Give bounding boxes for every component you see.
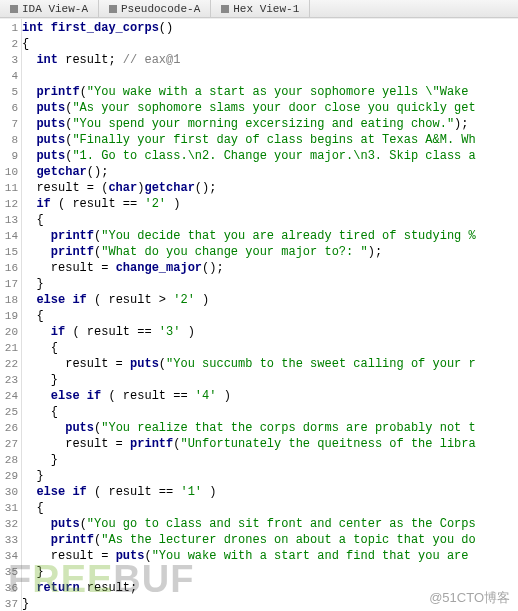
code-line[interactable]: {: [22, 404, 518, 420]
line-number: 2: [0, 36, 18, 52]
line-number: 3: [0, 52, 18, 68]
line-number: 33: [0, 532, 18, 548]
line-number: 30: [0, 484, 18, 500]
code-line[interactable]: printf("You wake with a start as your so…: [22, 84, 518, 100]
code-line[interactable]: }: [22, 452, 518, 468]
line-number: 12: [0, 196, 18, 212]
code-line[interactable]: int result; // eax@1: [22, 52, 518, 68]
code-line[interactable]: puts("You realize that the corps dorms a…: [22, 420, 518, 436]
tab-icon: [109, 5, 117, 13]
line-number: 21: [0, 340, 18, 356]
line-number: 35: [0, 564, 18, 580]
line-number: 28: [0, 452, 18, 468]
code-line[interactable]: puts("You spend your morning excersizing…: [22, 116, 518, 132]
code-line[interactable]: {: [22, 212, 518, 228]
line-number: 1: [0, 20, 18, 36]
code-line[interactable]: }: [22, 564, 518, 580]
line-number: 5: [0, 84, 18, 100]
code-line[interactable]: printf("What do you change your major to…: [22, 244, 518, 260]
code-editor[interactable]: 1234567891011121314151617181920212223242…: [0, 18, 518, 611]
code-line[interactable]: puts("1. Go to class.\n2. Change your ma…: [22, 148, 518, 164]
code-area[interactable]: int first_day_corps(){ int result; // ea…: [22, 19, 518, 611]
code-line[interactable]: else if ( result == '4' ): [22, 388, 518, 404]
code-line[interactable]: {: [22, 340, 518, 356]
line-number: 9: [0, 148, 18, 164]
tab-pseudocode[interactable]: Pseudocode-A: [99, 0, 211, 17]
tab-label: Hex View-1: [233, 3, 299, 15]
line-number: 20: [0, 324, 18, 340]
line-number: 31: [0, 500, 18, 516]
tab-ida-view[interactable]: IDA View-A: [0, 0, 99, 17]
line-number: 32: [0, 516, 18, 532]
code-line[interactable]: printf("You decide that you are already …: [22, 228, 518, 244]
line-number: 26: [0, 420, 18, 436]
line-number: 11: [0, 180, 18, 196]
line-number: 36: [0, 580, 18, 596]
line-number: 16: [0, 260, 18, 276]
code-line[interactable]: if ( result == '3' ): [22, 324, 518, 340]
code-line[interactable]: result = puts("You succumb to the sweet …: [22, 356, 518, 372]
code-line[interactable]: }: [22, 372, 518, 388]
code-line[interactable]: int first_day_corps(): [22, 20, 518, 36]
line-number: 37: [0, 596, 18, 611]
code-line[interactable]: }: [22, 596, 518, 611]
code-line[interactable]: puts("Finally your first day of class be…: [22, 132, 518, 148]
line-number: 14: [0, 228, 18, 244]
code-line[interactable]: result = (char)getchar();: [22, 180, 518, 196]
line-number: 22: [0, 356, 18, 372]
tab-hex-view[interactable]: Hex View-1: [211, 0, 310, 17]
line-number: 27: [0, 436, 18, 452]
code-line[interactable]: else if ( result == '1' ): [22, 484, 518, 500]
line-number: 7: [0, 116, 18, 132]
line-number: 19: [0, 308, 18, 324]
code-line[interactable]: printf("As the lecturer drones on about …: [22, 532, 518, 548]
line-number: 4: [0, 68, 18, 84]
code-line[interactable]: {: [22, 308, 518, 324]
line-number: 18: [0, 292, 18, 308]
code-line[interactable]: return result;: [22, 580, 518, 596]
code-line[interactable]: {: [22, 36, 518, 52]
line-number: 34: [0, 548, 18, 564]
line-number: 25: [0, 404, 18, 420]
code-line[interactable]: result = change_major();: [22, 260, 518, 276]
code-line[interactable]: result = puts("You wake with a start and…: [22, 548, 518, 564]
line-number: 6: [0, 100, 18, 116]
code-line[interactable]: if ( result == '2' ): [22, 196, 518, 212]
code-line[interactable]: [22, 68, 518, 84]
line-number: 13: [0, 212, 18, 228]
tab-label: Pseudocode-A: [121, 3, 200, 15]
line-number: 24: [0, 388, 18, 404]
code-line[interactable]: else if ( result > '2' ): [22, 292, 518, 308]
tab-icon: [221, 5, 229, 13]
line-number: 23: [0, 372, 18, 388]
code-line[interactable]: }: [22, 276, 518, 292]
line-number: 17: [0, 276, 18, 292]
code-line[interactable]: puts("As your sophomore slams your door …: [22, 100, 518, 116]
line-number: 29: [0, 468, 18, 484]
code-line[interactable]: result = printf("Unfortunately the queit…: [22, 436, 518, 452]
code-line[interactable]: getchar();: [22, 164, 518, 180]
line-number: 8: [0, 132, 18, 148]
tab-label: IDA View-A: [22, 3, 88, 15]
line-number-gutter: 1234567891011121314151617181920212223242…: [0, 19, 22, 611]
tab-icon: [10, 5, 18, 13]
line-number: 15: [0, 244, 18, 260]
code-line[interactable]: puts("You go to class and sit front and …: [22, 516, 518, 532]
code-line[interactable]: {: [22, 500, 518, 516]
line-number: 10: [0, 164, 18, 180]
tab-bar: IDA View-A Pseudocode-A Hex View-1: [0, 0, 518, 18]
code-line[interactable]: }: [22, 468, 518, 484]
